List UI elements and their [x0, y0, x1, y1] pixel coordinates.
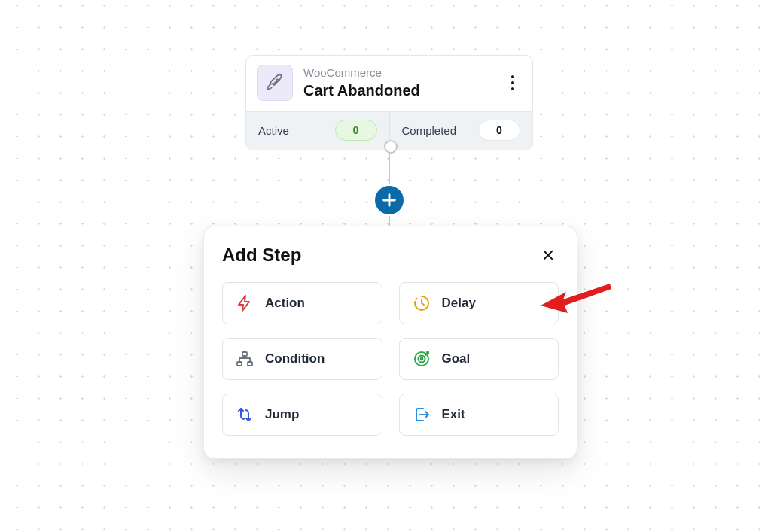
step-exit-label: Exit — [442, 407, 465, 422]
step-delay-label: Delay — [442, 296, 476, 311]
step-grid: Action Delay — [222, 282, 559, 436]
trigger-source: WooCommerce — [303, 66, 493, 80]
rocket-icon — [257, 65, 293, 101]
stat-active[interactable]: Active 0 — [246, 112, 389, 150]
exit-icon — [412, 406, 431, 424]
close-icon — [541, 248, 555, 262]
stat-active-count: 0 — [335, 120, 377, 141]
popover-header: Add Step — [222, 245, 559, 266]
stat-completed-label: Completed — [402, 124, 457, 137]
step-goal-label: Goal — [442, 351, 471, 366]
step-condition[interactable]: Condition — [222, 338, 382, 380]
step-condition-label: Condition — [265, 351, 325, 366]
clock-icon — [412, 294, 431, 312]
trigger-title: Cart Abandoned — [303, 81, 493, 100]
add-step-node[interactable] — [375, 186, 404, 214]
step-delay[interactable]: Delay — [399, 282, 559, 324]
step-action-label: Action — [265, 296, 305, 311]
step-jump-label: Jump — [265, 407, 299, 422]
stat-completed-count: 0 — [478, 120, 520, 141]
svg-point-6 — [420, 358, 422, 360]
more-menu-button[interactable] — [504, 71, 522, 95]
step-exit[interactable]: Exit — [399, 394, 559, 436]
add-step-popover: Add Step Action — [203, 226, 577, 459]
target-icon — [412, 350, 431, 368]
step-goal[interactable]: Goal — [399, 338, 559, 380]
bolt-icon — [235, 294, 254, 312]
close-button[interactable] — [538, 245, 559, 266]
trigger-texts: WooCommerce Cart Abandoned — [303, 66, 493, 100]
connector-node-top — [384, 140, 398, 154]
plus-icon — [381, 192, 398, 208]
svg-point-0 — [276, 79, 279, 81]
trigger-header: WooCommerce Cart Abandoned — [246, 56, 532, 111]
trigger-card[interactable]: WooCommerce Cart Abandoned Active 0 Comp… — [245, 55, 533, 150]
branch-icon — [235, 350, 254, 368]
jump-icon — [235, 406, 254, 424]
step-jump[interactable]: Jump — [222, 394, 382, 436]
stat-completed[interactable]: Completed 0 — [389, 112, 533, 150]
stat-active-label: Active — [258, 124, 289, 137]
popover-title: Add Step — [222, 245, 301, 266]
step-action[interactable]: Action — [222, 282, 382, 324]
